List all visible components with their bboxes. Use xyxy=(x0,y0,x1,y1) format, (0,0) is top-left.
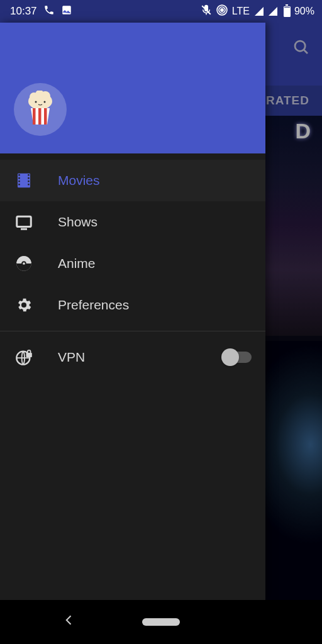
svg-rect-23 xyxy=(28,174,30,176)
signal-1-icon xyxy=(255,7,264,16)
svg-point-33 xyxy=(23,262,25,265)
mic-muted-icon xyxy=(201,4,212,18)
drawer-divider xyxy=(0,331,265,331)
drawer-item-label: Anime xyxy=(58,256,96,271)
svg-rect-25 xyxy=(28,180,30,182)
drawer-item-preferences[interactable]: Preferences xyxy=(0,284,265,326)
signal-2-icon xyxy=(269,7,277,16)
svg-rect-16 xyxy=(44,108,47,125)
svg-point-5 xyxy=(221,9,223,11)
toggle-knob xyxy=(221,348,239,366)
hotspot-icon xyxy=(216,4,228,19)
drawer-item-label: Preferences xyxy=(58,297,129,313)
svg-point-12 xyxy=(35,101,37,103)
battery-icon xyxy=(284,6,291,17)
navigation-drawer: Movies Shows Anime Preferences VPN xyxy=(0,23,265,600)
svg-rect-24 xyxy=(28,177,30,179)
drawer-item-anime[interactable]: Anime xyxy=(0,243,265,284)
status-bar: 10:37 LTE 90% xyxy=(0,0,322,23)
back-icon[interactable] xyxy=(63,614,75,630)
drawer-item-movies[interactable]: Movies xyxy=(0,160,265,201)
svg-rect-14 xyxy=(33,108,36,125)
drawer-header xyxy=(0,23,265,153)
drawer-item-label: Movies xyxy=(58,173,100,188)
svg-rect-15 xyxy=(38,108,42,125)
phone-icon xyxy=(43,4,55,19)
svg-rect-19 xyxy=(18,174,20,176)
svg-rect-27 xyxy=(17,216,31,226)
lte-label: LTE xyxy=(232,6,250,17)
svg-rect-21 xyxy=(18,180,20,182)
popcorn-icon xyxy=(25,91,56,128)
avatar[interactable] xyxy=(14,83,67,136)
tv-icon xyxy=(14,213,34,231)
gear-icon xyxy=(14,296,34,314)
drawer-item-label: VPN xyxy=(58,350,85,365)
image-icon xyxy=(61,4,72,19)
svg-point-13 xyxy=(44,101,46,103)
system-nav-bar xyxy=(0,600,322,644)
drawer-item-vpn[interactable]: VPN xyxy=(0,336,265,378)
svg-rect-35 xyxy=(26,353,32,357)
pokeball-icon xyxy=(14,255,34,272)
drawer-item-label: Shows xyxy=(58,214,97,230)
svg-rect-20 xyxy=(18,177,20,179)
vpn-toggle[interactable] xyxy=(223,352,252,363)
home-pill[interactable] xyxy=(142,618,180,626)
drawer-list: Movies Shows Anime Preferences VPN xyxy=(0,153,265,378)
drawer-item-shows[interactable]: Shows xyxy=(0,201,265,243)
battery-percent: 90% xyxy=(294,6,314,17)
film-strip-icon xyxy=(14,171,34,190)
globe-lock-icon xyxy=(14,348,34,366)
svg-rect-22 xyxy=(18,184,20,186)
status-time: 10:37 xyxy=(10,5,37,18)
svg-rect-26 xyxy=(28,184,30,186)
